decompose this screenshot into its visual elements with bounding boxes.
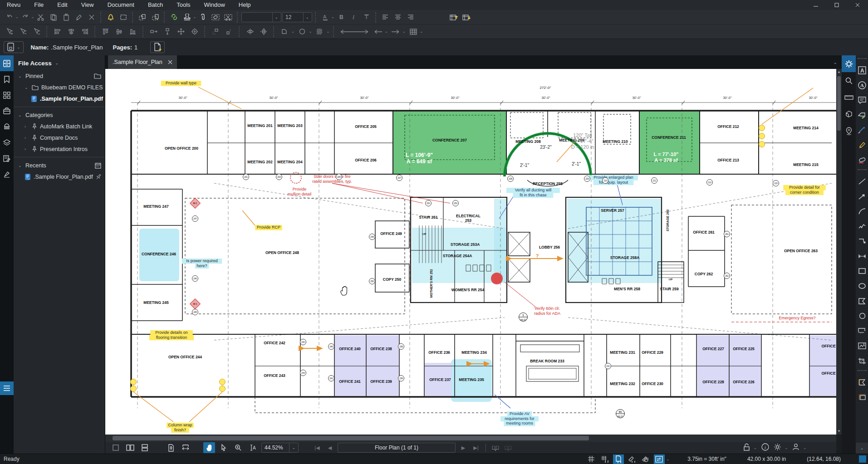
last-page-icon[interactable]: ▶|	[471, 445, 481, 451]
perimeter-measure-tool-icon[interactable]	[856, 390, 868, 405]
resize-grip[interactable]	[859, 455, 866, 463]
hatch-icon[interactable]	[314, 26, 325, 38]
underline-icon[interactable]: T	[361, 11, 373, 23]
maximize-button[interactable]	[826, 0, 847, 10]
lasso-icon[interactable]	[210, 11, 221, 23]
group-icon[interactable]	[279, 26, 290, 38]
recent-file-row[interactable]: PDF .Sample Floor_Plan.pdf	[14, 171, 105, 182]
page-label-select[interactable]: Floor Plan (1 of 1)	[338, 443, 456, 453]
image-tool-icon[interactable]	[856, 338, 868, 353]
pinned-section-header[interactable]: ⌄Pinned	[14, 70, 105, 82]
callout-tool-icon[interactable]	[856, 107, 868, 122]
arrow-right-icon[interactable]	[390, 26, 402, 38]
select-edit-icon[interactable]	[31, 26, 43, 38]
pin-toggle-icon[interactable]	[96, 174, 101, 180]
category-presentation[interactable]: › Presentation Intros	[14, 143, 105, 155]
arc-tool-icon[interactable]	[856, 204, 868, 219]
align-objects-left-icon[interactable]	[52, 26, 64, 38]
next-view-icon[interactable]: ▶̥⃝	[503, 445, 513, 450]
cloud-plus-tool-icon[interactable]	[856, 323, 868, 338]
align-center-icon[interactable]	[392, 11, 404, 23]
thumbnails-tab-icon[interactable]	[0, 87, 14, 103]
insert-pages-button[interactable]	[150, 41, 165, 53]
font-color-icon[interactable]: A	[319, 11, 331, 23]
single-page-view-icon[interactable]	[110, 442, 122, 453]
rectangle-tool-icon[interactable]	[856, 264, 868, 278]
snap-to-grid-dots-icon[interactable]	[210, 26, 221, 38]
table-tool-icon[interactable]	[407, 26, 419, 38]
leader-tool-icon[interactable]	[856, 234, 868, 249]
distribute-horizontal-icon[interactable]	[148, 26, 160, 38]
menu-edit[interactable]: Edit	[50, 0, 74, 10]
menu-revu[interactable]: Revu	[0, 0, 27, 10]
font-size-select[interactable]: 12⌄	[282, 12, 312, 22]
polyline-tool-icon[interactable]	[856, 219, 868, 234]
zoom-level-select[interactable]: 44.52%⌄	[261, 443, 299, 453]
flip-horizontal-icon[interactable]	[244, 26, 256, 38]
area-measure-tool-icon[interactable]	[856, 375, 868, 390]
panel-chevron-icon[interactable]: ⌄	[55, 61, 59, 65]
align-right-icon[interactable]	[405, 11, 417, 23]
document-menu-button[interactable]: ⌄	[4, 41, 24, 53]
bold-icon[interactable]: B	[335, 11, 347, 23]
attachment-icon[interactable]	[197, 11, 209, 23]
select-add-icon[interactable]	[4, 26, 15, 38]
grid-toggle-icon[interactable]	[586, 454, 597, 464]
distribute-vertical-icon[interactable]	[162, 26, 173, 38]
snap-to-markup-dots-icon[interactable]	[223, 26, 235, 38]
align-objects-top-icon[interactable]	[100, 26, 112, 38]
document-canvas[interactable]: 272'-0"30'-0"30'-0"30'-0"30'-0"30'-0"30'…	[105, 69, 836, 435]
categories-section-header[interactable]: ⌄Categories	[14, 109, 105, 121]
recents-section-header[interactable]: ⌄Recents	[14, 160, 105, 171]
vertical-scroll-thumb[interactable]	[837, 76, 841, 131]
tab-close-icon[interactable]	[168, 60, 172, 64]
menu-batch[interactable]: Batch	[141, 0, 170, 10]
profile-icon[interactable]	[792, 443, 799, 452]
flag-icon[interactable]	[105, 11, 117, 23]
document-tab[interactable]: .Sample Floor_Plan	[108, 55, 177, 69]
menu-tools[interactable]: Tools	[170, 0, 197, 10]
cloud-tool-icon[interactable]	[856, 308, 868, 323]
undo-icon[interactable]	[4, 11, 15, 23]
stamp-chevron-icon[interactable]: ⌄	[193, 15, 196, 19]
center-in-page-icon[interactable]	[189, 26, 201, 38]
split-vertical-icon[interactable]	[124, 442, 136, 453]
menu-document[interactable]: Document	[101, 0, 141, 10]
info-icon[interactable]: i	[761, 443, 769, 453]
split-horizontal-icon[interactable]	[139, 442, 151, 453]
line-tool-icon[interactable]	[856, 174, 868, 189]
undo-chevron-icon[interactable]: ⌄	[15, 15, 19, 19]
typewriter-tool-icon[interactable]: A	[856, 78, 868, 93]
spaces-icon[interactable]	[842, 106, 856, 122]
menu-view[interactable]: View	[74, 0, 101, 10]
minimize-button[interactable]	[805, 0, 826, 10]
tool-chest-tab-icon[interactable]	[0, 103, 14, 119]
italic-icon[interactable]: I	[348, 11, 360, 23]
toolbar-handle[interactable]	[858, 169, 867, 172]
menu-file[interactable]: File	[27, 0, 50, 10]
calendar-icon[interactable]	[95, 162, 101, 169]
category-automark[interactable]: › AutoMark Batch Link	[14, 121, 105, 132]
next-page-icon[interactable]: ▶	[458, 445, 468, 451]
folder-add-icon[interactable]	[94, 73, 101, 79]
snapshot-icon[interactable]	[118, 11, 129, 23]
pan-tool-icon[interactable]	[203, 442, 215, 453]
zoom-tool-icon[interactable]	[232, 442, 244, 453]
places-pin-icon[interactable]	[842, 122, 856, 139]
menu-window[interactable]: Window	[197, 0, 232, 10]
markups-summary-tab-icon[interactable]	[0, 151, 14, 166]
dimension-tool-icon[interactable]	[856, 249, 868, 264]
scroll-up-icon[interactable]: ▲	[836, 69, 842, 75]
sets-tab-icon[interactable]	[0, 119, 14, 135]
fit-width-icon[interactable]	[180, 442, 191, 453]
arrow-tool-icon[interactable]	[856, 189, 868, 204]
previous-page-icon[interactable]: ◀	[325, 445, 335, 451]
length-measure-icon[interactable]	[338, 26, 370, 38]
pen-tool-icon[interactable]	[856, 122, 868, 137]
ungroup-icon[interactable]	[296, 26, 308, 38]
move-icon[interactable]	[175, 26, 187, 38]
signatures-tab-icon[interactable]	[0, 166, 14, 182]
highlighter-tool-icon[interactable]	[856, 137, 868, 152]
apply-snapshot-icon[interactable]	[137, 11, 148, 23]
sync-views-icon[interactable]	[654, 454, 665, 464]
